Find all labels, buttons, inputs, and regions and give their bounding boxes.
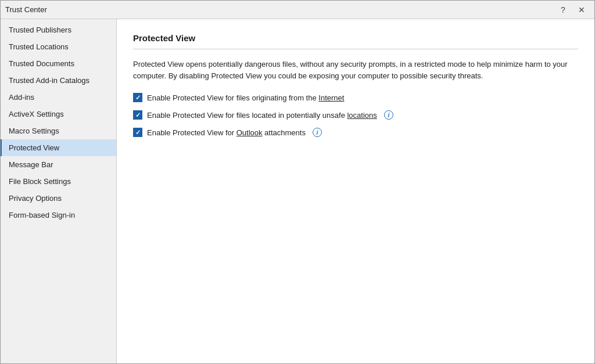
checkbox-internet-files[interactable] [133, 93, 142, 102]
title-bar: Trust Center ? ✕ [1, 1, 594, 19]
outlook-underline: Outlook [236, 128, 263, 137]
checkbox-row-internet: Enable Protected View for files originat… [133, 93, 578, 102]
sidebar-item-message-bar[interactable]: Message Bar [1, 156, 116, 173]
checkbox-outlook-label: Enable Protected View for Outlook attach… [147, 128, 306, 137]
sidebar-item-trusted-locations[interactable]: Trusted Locations [1, 38, 116, 55]
sidebar-item-protected-view[interactable]: Protected View [1, 139, 116, 156]
sidebar-item-trusted-publishers[interactable]: Trusted Publishers [1, 21, 116, 38]
section-title: Protected View [133, 33, 578, 43]
help-button[interactable]: ? [555, 3, 571, 17]
locations-underline: locations [347, 111, 377, 120]
title-bar-left: Trust Center [5, 5, 47, 14]
content-area: Protected View Protected View opens pote… [117, 19, 594, 363]
sidebar: Trusted Publishers Trusted Locations Tru… [1, 19, 117, 363]
description-text: Protected View opens potentially dangero… [133, 59, 575, 81]
sidebar-item-file-block-settings[interactable]: File Block Settings [1, 173, 116, 190]
close-button[interactable]: ✕ [574, 3, 590, 17]
sidebar-item-privacy-options[interactable]: Privacy Options [1, 190, 116, 207]
checkbox-internet-label: Enable Protected View for files originat… [147, 93, 344, 102]
checkbox-outlook-attachments[interactable] [133, 128, 142, 137]
sidebar-item-form-based-sign-in[interactable]: Form-based Sign-in [1, 207, 116, 224]
sidebar-item-trusted-documents[interactable]: Trusted Documents [1, 55, 116, 72]
checkbox-row-unsafe-locations: Enable Protected View for files located … [133, 110, 578, 120]
dialog-body: Trusted Publishers Trusted Locations Tru… [1, 19, 594, 363]
info-icon-outlook[interactable]: i [313, 128, 322, 137]
checkbox-unsafe-locations[interactable] [133, 110, 142, 120]
info-icon-unsafe-locations[interactable]: i [384, 110, 393, 120]
internet-underline: Internet [318, 93, 344, 102]
sidebar-item-macro-settings[interactable]: Macro Settings [1, 122, 116, 139]
trust-center-dialog: Trust Center ? ✕ Trusted Publishers Trus… [0, 0, 595, 364]
checkbox-unsafe-locations-label: Enable Protected View for files located … [147, 111, 377, 120]
sidebar-item-activex-settings[interactable]: ActiveX Settings [1, 106, 116, 122]
section-divider [133, 49, 578, 49]
sidebar-item-trusted-add-in-catalogs[interactable]: Trusted Add-in Catalogs [1, 72, 116, 89]
checkbox-row-outlook: Enable Protected View for Outlook attach… [133, 128, 578, 137]
window-title: Trust Center [5, 5, 47, 14]
title-bar-buttons: ? ✕ [555, 3, 590, 17]
sidebar-item-add-ins[interactable]: Add-ins [1, 89, 116, 106]
